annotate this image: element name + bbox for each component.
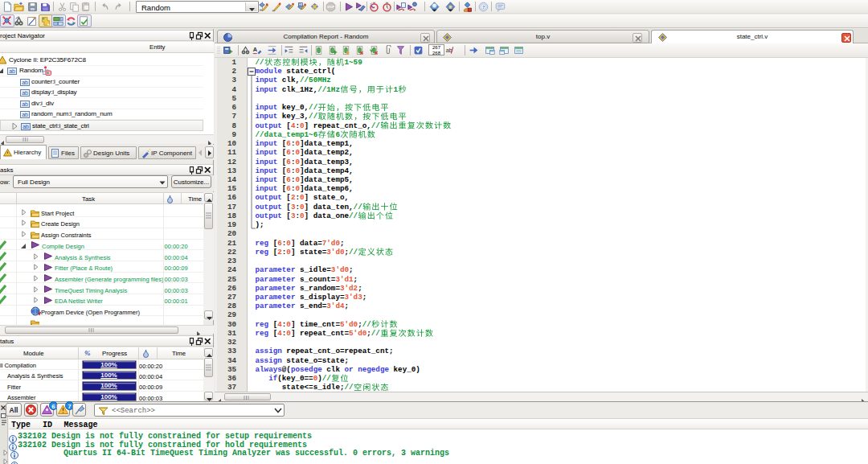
svg-text:D: D: [299, 2, 301, 6]
svg-text:?: ?: [482, 4, 485, 10]
svg-text:A: A: [253, 46, 258, 53]
svg-text:6: 6: [51, 403, 55, 410]
svg-text:7: 7: [68, 403, 72, 410]
svg-text:STOP: STOP: [327, 6, 335, 9]
